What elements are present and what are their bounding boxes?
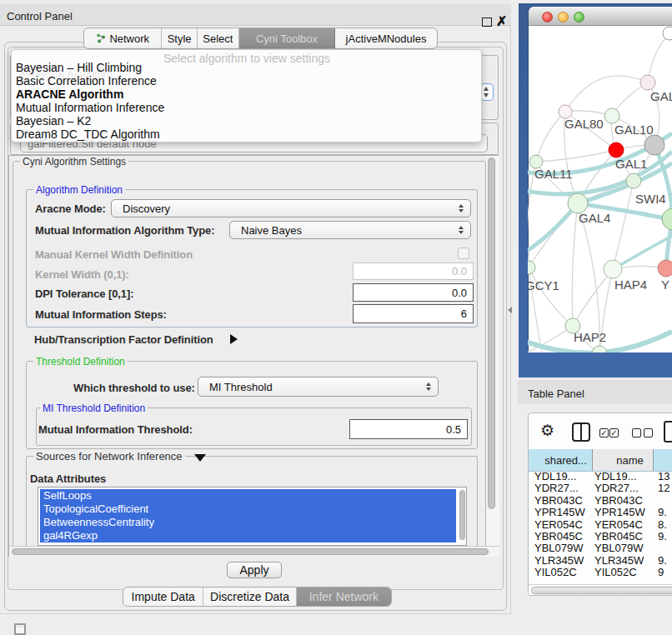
aracne-mode-combobox[interactable]: Discovery [111, 199, 471, 218]
control-panel-titlebar: Control Panel ✗ [0, 0, 511, 26]
table-row[interactable]: YLR345WYLR345W9. [529, 554, 672, 566]
table-row[interactable]: YBR043CYBR043C [529, 494, 672, 506]
graph-node[interactable] [528, 261, 535, 274]
algorithm-definition-title: Algorithm Definition [33, 185, 125, 195]
list-scrollbar-thumb[interactable] [459, 490, 465, 540]
graph-node[interactable] [644, 135, 664, 155]
tab-network[interactable]: Network [84, 28, 162, 48]
which-threshold-combobox[interactable]: MI Threshold [198, 377, 439, 397]
hub-definition-label[interactable]: Hub/Transcription Factor Definition [34, 333, 213, 346]
dropdown-item[interactable]: Mutual Information Inference [16, 101, 164, 114]
data-attributes-list[interactable]: SelfLoopsTopologicalCoefficientBetweenne… [38, 487, 467, 546]
table-hscrollbar[interactable] [529, 584, 672, 596]
graph-node-label: GCY1 [528, 278, 559, 292]
graph-node-label: HAP2 [574, 330, 606, 344]
dropdown-item[interactable]: Dream8 DC_TDC Algorithm [16, 128, 160, 141]
tab-select[interactable]: Select [198, 28, 239, 48]
table-panel: ⚙ ✓ ✓ shared... name YDL19...YDL19...13Y… [528, 412, 672, 596]
tab-cyni-toolbox[interactable]: Cyni Toolbox [239, 28, 335, 48]
settings-vscrollbar-thumb[interactable] [488, 158, 495, 509]
table-row[interactable]: YER054CYER054C8. [529, 518, 672, 530]
table-header: shared... name [529, 449, 672, 472]
table-row[interactable]: YDL19...YDL19...13 [529, 472, 672, 482]
table-body: YDL19...YDL19...13YDR27...YDR27...12YBR0… [529, 472, 672, 576]
close-icon[interactable]: ✗ [496, 13, 508, 28]
graph-node[interactable] [640, 75, 655, 90]
graph-node[interactable] [662, 208, 672, 230]
column-header-partial[interactable] [654, 449, 672, 471]
checked-checkbox-icon[interactable]: ✓ [609, 428, 619, 438]
table-mode-icon[interactable] [664, 421, 672, 442]
network-canvas[interactable]: GALGAL80GAL10GAL1GAL11SWI4GAL4HAP4YGCY1H… [528, 26, 672, 352]
settings-vscrollbar[interactable] [486, 156, 499, 546]
combo-arrows-icon [426, 382, 432, 391]
attribute-list-item[interactable]: SelfLoops [40, 489, 456, 502]
graph-node[interactable] [663, 27, 672, 40]
attribute-list-item[interactable]: BetweennessCentrality [40, 516, 456, 529]
column-header-shared[interactable]: shared... [529, 449, 593, 471]
network-icon [96, 33, 106, 43]
dpi-tolerance-label: DPI Tolerance [0,1]: [35, 288, 133, 300]
window-zoom-icon[interactable] [574, 12, 584, 22]
kernel-width-input[interactable]: 0.0 [353, 262, 474, 280]
data-attributes-label: Data Attributes [30, 472, 106, 485]
settings-hscrollbar-thumb[interactable] [12, 548, 489, 555]
control-panel-tabs: Network Style Select Cyni Toolbox jActiv… [83, 28, 438, 49]
dropdown-item[interactable]: Basic Correlation Inference [16, 74, 157, 88]
graph-node[interactable] [609, 142, 624, 158]
column-header-name[interactable]: name [593, 449, 654, 471]
mi-type-combobox[interactable]: Naive Bayes [229, 221, 471, 239]
graph-node[interactable] [604, 108, 619, 123]
aracne-mode-label: Aracne Mode: [35, 202, 106, 215]
table-row[interactable]: YBR045CYBR045C9. [529, 530, 672, 542]
dropdown-item[interactable]: ARACNE Algorithm [16, 88, 123, 101]
tab-discretize-data[interactable]: Discretize Data [203, 588, 296, 606]
hub-expand-icon[interactable] [230, 334, 238, 344]
graph-node[interactable] [658, 260, 672, 277]
table-hscrollbar-thumb[interactable] [531, 587, 672, 594]
unchecked-checkbox-icon[interactable] [632, 428, 641, 438]
graph-node-label: HAP4 [614, 278, 647, 292]
checked-checkbox-icon[interactable]: ✓ [599, 428, 609, 438]
dropdown-item[interactable]: Bayesian – Hill Climbing [16, 61, 142, 74]
graph-node-label: SWI4 [635, 192, 666, 206]
dpi-tolerance-input[interactable]: 0.0 [353, 283, 474, 302]
manual-kernel-checkbox[interactable] [458, 248, 469, 259]
window-close-icon[interactable] [542, 12, 553, 22]
tab-style[interactable]: Style [162, 28, 197, 48]
mi-steps-input[interactable]: 6 [353, 304, 474, 323]
window-minimize-icon[interactable] [558, 12, 569, 22]
graph-node[interactable] [626, 173, 641, 188]
float-window-icon[interactable] [482, 18, 492, 27]
apply-button[interactable]: Apply [227, 562, 282, 578]
tab-infer-network[interactable]: Infer Network [297, 588, 391, 606]
graph-node-label: Y [661, 278, 669, 292]
table-row[interactable]: YBL079WYBL079W [529, 542, 672, 553]
tab-jactivemnodules[interactable]: jActiveMNodules [335, 28, 437, 48]
tab-impute-data[interactable]: Impute Data [123, 588, 203, 606]
algorithm-combobox-stepper[interactable] [480, 83, 494, 101]
splitter-collapse-icon[interactable] [508, 307, 512, 313]
mi-type-label: Mutual Information Algorithm Type: [35, 224, 214, 237]
graph-node-label: GAL80 [564, 117, 604, 131]
table-panel-title: Table Panel [528, 388, 584, 400]
table-row[interactable]: YIL052CYIL052C9 [529, 566, 672, 576]
columns-icon[interactable] [572, 422, 590, 442]
table-row[interactable]: YPR145WYPR145W9. [529, 506, 672, 518]
control-panel: Control Panel ✗ galFiltered.Sif default … [0, 0, 511, 614]
unchecked-checkbox-icon[interactable] [644, 428, 653, 438]
sources-collapse-icon[interactable] [194, 454, 206, 462]
network-window-titlebar [529, 7, 672, 26]
attribute-list-item[interactable]: TopologicalCoefficient [40, 502, 456, 516]
mi-threshold-input[interactable]: 0.5 [349, 419, 468, 439]
control-panel-title: Control Panel [7, 10, 73, 22]
attribute-list-item[interactable]: gal4RGexp [40, 529, 456, 542]
gear-icon[interactable]: ⚙ [540, 421, 554, 440]
settings-hscrollbar[interactable] [9, 546, 499, 557]
table-row[interactable]: YDR27...YDR27...12 [529, 482, 672, 493]
minimized-panel-icon[interactable] [14, 623, 26, 635]
graph-node-label: GAL1 [615, 157, 647, 171]
graph-node[interactable] [592, 346, 607, 352]
graph-node[interactable] [604, 260, 622, 278]
dropdown-item[interactable]: Bayesian – K2 [16, 114, 91, 128]
